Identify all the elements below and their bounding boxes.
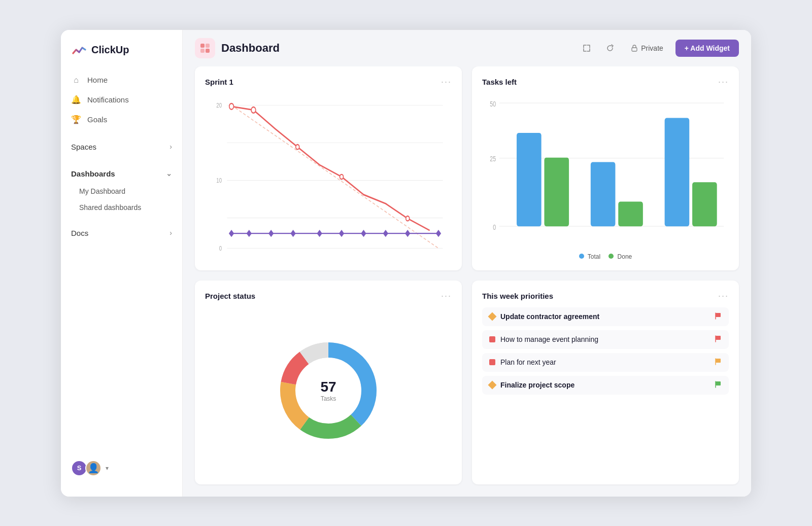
svg-rect-39 xyxy=(618,201,643,226)
sidebar-item-notifications-label: Notifications xyxy=(87,95,129,104)
priority-flag-icon xyxy=(715,358,722,367)
priority-item-text: Update contractor agreement xyxy=(500,312,709,321)
svg-rect-40 xyxy=(665,118,690,226)
priority-square-icon xyxy=(489,336,495,342)
sprint-widget-title: Sprint 1 xyxy=(205,78,233,86)
svg-text:0: 0 xyxy=(493,223,496,231)
sidebar-item-goals-label: Goals xyxy=(87,115,107,124)
priority-item-text: Plan for next year xyxy=(500,358,709,366)
svg-text:10: 10 xyxy=(216,177,222,184)
priority-item-0[interactable]: Update contractor agreement xyxy=(482,307,729,326)
project-status-header: Project status ··· xyxy=(205,291,452,301)
header-actions: Private + Add Widget xyxy=(578,40,739,57)
priority-square-icon xyxy=(489,359,495,365)
sidebar-section-dashboards[interactable]: Dashboards ⌄ xyxy=(61,164,182,183)
svg-text:20: 20 xyxy=(216,101,222,109)
legend-done: Done xyxy=(608,253,632,260)
svg-point-17 xyxy=(340,174,344,179)
svg-point-18 xyxy=(406,216,410,221)
sidebar-footer: S 👤 ▾ xyxy=(61,452,182,484)
spaces-label: Spaces xyxy=(71,143,96,151)
trophy-icon: 🏆 xyxy=(71,115,81,124)
docs-label: Docs xyxy=(71,229,88,237)
svg-marker-26 xyxy=(361,230,366,237)
svg-rect-50 xyxy=(716,336,721,340)
dashboard-grid: Sprint 1 ··· 20 10 0 xyxy=(183,66,751,497)
priority-item-2[interactable]: Plan for next year xyxy=(482,353,729,372)
clickup-logo-icon xyxy=(71,42,87,58)
tasks-left-widget: Tasks left ··· 50 25 0 xyxy=(472,66,739,270)
app-container: ClickUp ⌂ Home 🔔 Notifications 🏆 Goals S… xyxy=(61,30,751,497)
priority-flag-icon xyxy=(715,335,722,344)
avatar-user2[interactable]: 👤 xyxy=(85,460,101,476)
sprint-widget-header: Sprint 1 ··· xyxy=(205,77,452,87)
svg-marker-25 xyxy=(339,230,344,237)
svg-marker-28 xyxy=(405,230,410,237)
sidebar-section-spaces[interactable]: Spaces › xyxy=(61,137,182,156)
priority-item-1[interactable]: How to manage event planning xyxy=(482,330,729,349)
dashboard-header-icon xyxy=(195,38,215,58)
spaces-chevron-icon: › xyxy=(170,143,172,151)
private-button[interactable]: Private xyxy=(625,41,669,55)
tasks-widget-menu[interactable]: ··· xyxy=(718,77,729,87)
refresh-icon-btn[interactable] xyxy=(601,40,619,57)
svg-rect-41 xyxy=(692,182,717,226)
logo-text: ClickUp xyxy=(91,44,129,56)
logo-area: ClickUp xyxy=(61,42,182,71)
sidebar-item-goals[interactable]: 🏆 Goals xyxy=(61,110,182,129)
sidebar-item-home[interactable]: ⌂ Home xyxy=(61,71,182,90)
tasks-widget-title: Tasks left xyxy=(482,78,517,86)
tasks-widget-header: Tasks left ··· xyxy=(482,77,729,87)
svg-text:0: 0 xyxy=(219,244,222,252)
svg-rect-37 xyxy=(544,157,569,226)
project-status-menu[interactable]: ··· xyxy=(441,291,452,301)
private-label: Private xyxy=(641,44,663,52)
project-status-title: Project status xyxy=(205,292,255,300)
svg-rect-54 xyxy=(716,381,721,385)
donut-area: 57 Tasks xyxy=(205,307,452,474)
svg-rect-4 xyxy=(632,48,637,51)
sprint-widget: Sprint 1 ··· 20 10 0 xyxy=(195,66,462,270)
page-title: Dashboard xyxy=(221,42,572,55)
svg-marker-29 xyxy=(436,230,441,237)
sprint-widget-menu[interactable]: ··· xyxy=(441,77,452,87)
svg-marker-27 xyxy=(383,230,388,237)
bar-chart-container: 50 25 0 xyxy=(482,93,729,249)
sidebar-item-shared-dashboards[interactable]: Shared dashboards xyxy=(61,199,182,216)
add-widget-button[interactable]: + Add Widget xyxy=(675,40,739,57)
svg-point-16 xyxy=(296,145,299,149)
priorities-menu[interactable]: ··· xyxy=(718,291,729,301)
sidebar-section-docs[interactable]: Docs › xyxy=(61,224,182,242)
svg-marker-20 xyxy=(229,230,234,237)
tasks-chart-area: 50 25 0 xyxy=(482,93,729,260)
svg-rect-0 xyxy=(200,44,205,48)
bell-icon: 🔔 xyxy=(71,95,81,104)
svg-marker-24 xyxy=(317,230,322,237)
svg-line-13 xyxy=(231,105,438,248)
footer-caret-icon[interactable]: ▾ xyxy=(106,465,109,472)
legend-total: Total xyxy=(579,253,600,260)
svg-rect-38 xyxy=(591,162,616,226)
priority-item-text: Finalize project scope xyxy=(500,381,709,389)
priority-diamond-icon xyxy=(488,381,497,390)
sprint-chart-area: 20 10 0 xyxy=(205,93,452,260)
svg-rect-3 xyxy=(206,49,210,53)
svg-rect-48 xyxy=(716,313,721,317)
svg-rect-36 xyxy=(517,133,542,226)
priorities-widget: This week priorities ··· Update contract… xyxy=(472,280,739,484)
svg-marker-21 xyxy=(247,230,252,237)
priorities-header: This week priorities ··· xyxy=(482,291,729,301)
docs-chevron-icon: › xyxy=(170,229,172,237)
chart-legend: Total Done xyxy=(482,253,729,260)
svg-text:25: 25 xyxy=(490,155,496,163)
priorities-title: This week priorities xyxy=(482,292,553,300)
sidebar-item-my-dashboard[interactable]: My Dashboard xyxy=(61,183,182,199)
priority-flag-icon xyxy=(715,381,722,390)
total-legend-dot xyxy=(579,254,584,259)
project-status-widget: Project status ··· xyxy=(195,280,462,484)
priority-item-3[interactable]: Finalize project scope xyxy=(482,376,729,395)
expand-icon-btn[interactable] xyxy=(578,40,595,57)
sidebar-item-notifications[interactable]: 🔔 Notifications xyxy=(61,90,182,110)
svg-text:50: 50 xyxy=(490,100,496,108)
donut-count: 57 xyxy=(320,379,336,395)
